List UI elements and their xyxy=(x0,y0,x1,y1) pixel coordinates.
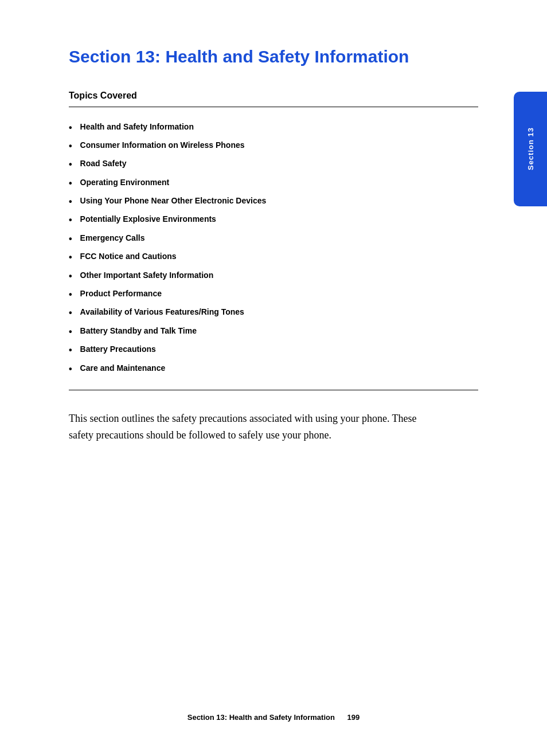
list-item: Consumer Information on Wireless Phones xyxy=(69,137,478,155)
footer-section-name: Section 13: Health and Safety Informatio… xyxy=(187,713,335,722)
section-tab: Section 13 xyxy=(514,92,547,206)
footer-page-number: 199 xyxy=(347,713,360,722)
list-item: Product Performance xyxy=(69,285,478,304)
list-item: Using Your Phone Near Other Electronic D… xyxy=(69,193,478,211)
list-item: Availability of Various Features/Ring To… xyxy=(69,304,478,322)
list-item: Operating Environment xyxy=(69,174,478,193)
list-item: Road Safety xyxy=(69,155,478,174)
topics-divider-bottom xyxy=(69,390,478,390)
topics-divider-top xyxy=(69,107,478,107)
section-tab-label: Section 13 xyxy=(526,127,535,170)
page-title: Section 13: Health and Safety Informatio… xyxy=(69,46,424,68)
intro-paragraph: This section outlines the safety precaut… xyxy=(69,410,424,444)
list-item: Emergency Calls xyxy=(69,230,478,248)
list-item: Battery Precautions xyxy=(69,341,478,359)
list-item: Health and Safety Information xyxy=(69,119,478,137)
list-item: Battery Standby and Talk Time xyxy=(69,323,478,341)
list-item: FCC Notice and Cautions xyxy=(69,248,478,267)
list-item: Care and Maintenance xyxy=(69,360,478,378)
page-container: Section 13 Section 13: Health and Safety… xyxy=(0,0,547,756)
topics-covered-section: Topics Covered Health and Safety Informa… xyxy=(69,91,478,390)
topics-list: Health and Safety Information Consumer I… xyxy=(69,119,478,378)
list-item: Potentially Explosive Environments xyxy=(69,211,478,229)
page-footer: Section 13: Health and Safety Informatio… xyxy=(0,713,547,722)
topics-covered-heading: Topics Covered xyxy=(69,91,478,101)
list-item: Other Important Safety Information xyxy=(69,267,478,285)
